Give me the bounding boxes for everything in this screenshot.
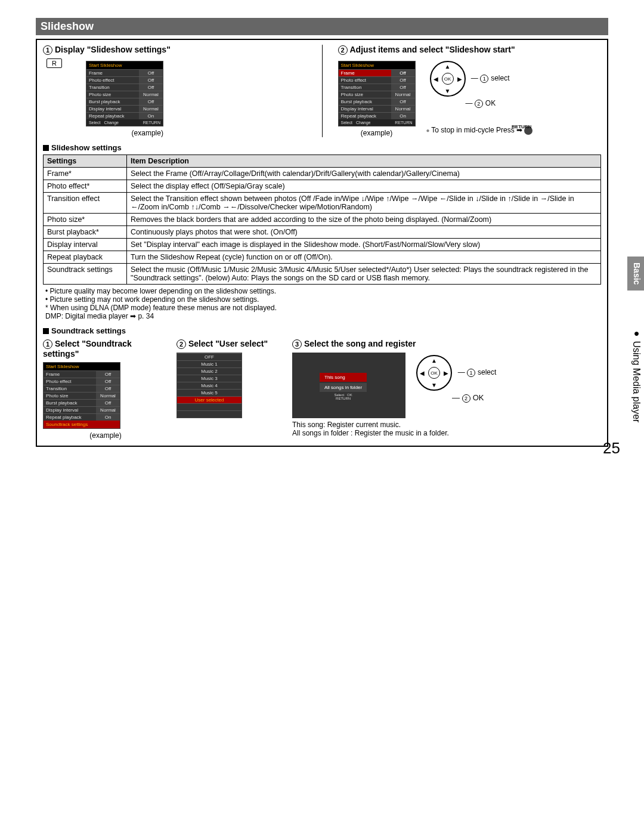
- menu-row-value: On: [96, 414, 120, 421]
- footer-return: RETURN: [395, 121, 412, 125]
- menu-row-label: Frame: [44, 371, 96, 378]
- menu-row-value: Off: [139, 98, 163, 105]
- menu-row-label: Burst playback: [44, 400, 96, 406]
- menu-row-value: Normal: [391, 91, 415, 98]
- menu-row-value: Off: [96, 371, 120, 378]
- list-item: Music 3: [177, 375, 242, 382]
- table-row-setting: Soundtrack settings: [44, 264, 127, 285]
- menu-row-value: Normal: [139, 106, 163, 112]
- th-desc: Item Description: [127, 155, 601, 168]
- soundtrack-step2: 2Select "User select" OFF Music 1 Music …: [177, 339, 284, 440]
- step2-example: (example): [338, 129, 416, 137]
- menu-row-label: Repeat playback: [44, 414, 96, 421]
- step2-menu-header: Start Slideshow: [339, 61, 415, 69]
- menu-row-value: Off: [391, 70, 415, 76]
- s1-menu-header: Start Slideshow: [44, 363, 120, 370]
- menu-row-value: Off: [96, 378, 120, 385]
- s1-title: Select "Soundtrack settings": [43, 339, 132, 359]
- step1-text: Display "Slideshow settings": [55, 45, 171, 54]
- menu-row-value: Off: [139, 77, 163, 84]
- soundtrack-step3: 3Select the song and register This song …: [292, 339, 601, 440]
- table-row-setting: Transition effect: [44, 193, 127, 214]
- table-row-desc: Select the Transition effect shown betwe…: [127, 193, 601, 214]
- list-item-selected: User selected: [177, 397, 242, 403]
- note-item: DMP: Digital media player ➡ p. 34: [45, 312, 601, 320]
- table-row-desc: Continuously plays photos that were shot…: [127, 226, 601, 239]
- s1-example: (example): [43, 431, 168, 440]
- menu-row-label: Burst playback: [339, 98, 391, 105]
- table-row-desc: Select the display effect (Off/Sepia/Gra…: [127, 180, 601, 193]
- s1-num: 1: [43, 339, 52, 349]
- popup-all-songs: All songs in folder: [320, 383, 367, 392]
- step1-menu-header: Start Slideshow: [86, 61, 163, 69]
- table-row-desc: Removes the black borders that are added…: [127, 214, 601, 226]
- section-header: Slideshow: [36, 18, 608, 35]
- footer-change: Change: [356, 121, 371, 125]
- menu-row-value: Off: [96, 385, 120, 392]
- step1-menu: Start Slideshow FrameOff Photo effectOff…: [86, 61, 163, 126]
- notes-list: • Picture quality may become lower depen…: [43, 287, 601, 320]
- footer-return: RETURN: [143, 121, 160, 125]
- menu-row-value: Normal: [139, 91, 163, 98]
- settings-heading: Slideshow settings: [43, 143, 601, 152]
- popup-this-song: This song: [320, 373, 367, 382]
- step1-example: (example): [86, 129, 163, 137]
- ok-button-icon: OK: [428, 367, 440, 379]
- menu-row-label: Display interval: [44, 407, 96, 413]
- menu-row-label: Transition: [86, 84, 139, 91]
- table-row-setting: Repeat playback: [44, 251, 127, 264]
- list-item: OFF: [177, 354, 242, 360]
- soundtrack-step1: 1Select "Soundtrack settings" Start Slid…: [43, 339, 168, 440]
- side-text-using-media: ● Using Media player: [631, 328, 642, 422]
- note-item: * When using DLNA (DMP mode) feature the…: [45, 304, 601, 312]
- dpad-icon: ▲▼◀▶ OK: [430, 61, 466, 97]
- menu-row-value: Off: [96, 400, 120, 406]
- s1-menu: Start Slideshow FrameOff Photo effectOff…: [43, 362, 120, 429]
- step2-text: Adjust items and select "Slideshow start…: [350, 45, 515, 54]
- s3-num: 3: [292, 339, 302, 349]
- menu-row-label: Photo size: [86, 91, 139, 98]
- menu-row-label: Frame: [86, 70, 139, 76]
- list-item: Music 4: [177, 382, 242, 389]
- step2-title: 2Adjust items and select "Slideshow star…: [338, 45, 602, 55]
- menu-row-label: Display interval: [339, 106, 391, 112]
- list-item: Music 5: [177, 390, 242, 396]
- table-row-setting: Burst playback*: [44, 226, 127, 239]
- menu-row-label: Display interval: [86, 106, 139, 112]
- ok-label: OK: [473, 393, 484, 402]
- step2-number: 2: [338, 45, 348, 55]
- menu-row-value: Off: [391, 98, 415, 105]
- menu-row-label: Repeat playback: [86, 113, 139, 119]
- s1-highlight-row: Soundtrack settings: [44, 421, 120, 428]
- s3-desc2: All songs in folder : Register the music…: [292, 429, 601, 437]
- table-row-setting: Photo effect*: [44, 180, 127, 193]
- remote-r-key: R: [47, 58, 62, 68]
- select-label: select: [478, 368, 496, 376]
- s2-num: 2: [177, 339, 186, 349]
- step1-number: 1: [43, 45, 52, 55]
- th-settings: Settings: [44, 155, 127, 168]
- step2-column: 2Adjust items and select "Slideshow star…: [338, 45, 602, 137]
- table-row-desc: Select the Frame (Off/Array/Collage/Drif…: [127, 168, 601, 180]
- menu-row-value: Normal: [96, 393, 120, 399]
- menu-row-value: Normal: [96, 407, 120, 413]
- table-row-desc: Select the music (Off/Music 1/Music 2/Mu…: [127, 264, 601, 285]
- ok-button-icon: OK: [442, 73, 454, 85]
- table-row-setting: Photo size*: [44, 214, 127, 226]
- footer-select: Select: [341, 121, 352, 125]
- side-tab-basic: Basic: [627, 257, 644, 291]
- s2-menu: OFF Music 1 Music 2 Music 3 Music 4 Musi…: [177, 353, 242, 418]
- step2-menu: Start Slideshow FrameOff Photo effectOff…: [338, 61, 416, 126]
- table-row-desc: Set "Display interval" each image is dis…: [127, 239, 601, 251]
- list-item: Music 1: [177, 361, 242, 367]
- select-label: select: [491, 74, 509, 82]
- footer-change: Change: [104, 121, 119, 125]
- menu-row-label: Photo size: [339, 91, 391, 98]
- menu-row-value: Off: [391, 77, 415, 84]
- menu-row-label: Photo size: [44, 393, 96, 399]
- popup-return: RETURN: [336, 397, 351, 400]
- content-box: 1Display "Slideshow settings" R Start Sl…: [36, 39, 608, 447]
- menu-row-label: Transition: [339, 84, 391, 91]
- s3-folder-screen: This song All songs in folder Select OK …: [292, 353, 405, 418]
- s3-desc1: This song: Register current music.: [292, 421, 601, 429]
